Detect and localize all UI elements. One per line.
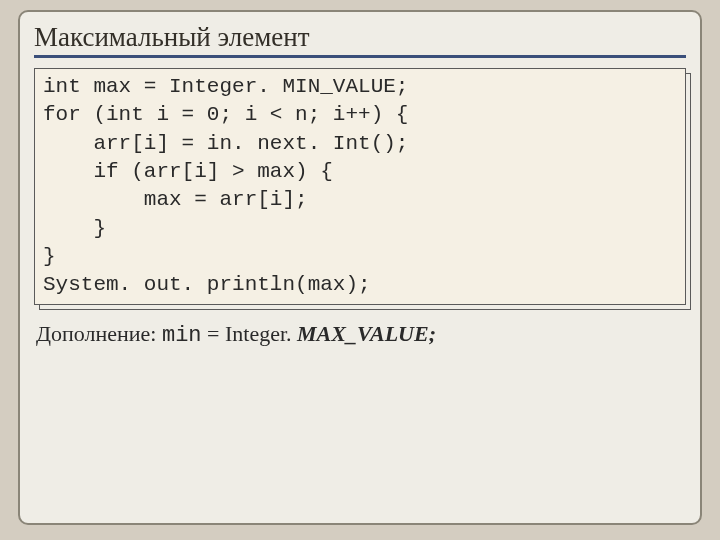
code-block: int max = Integer. MIN_VALUE; for (int i… bbox=[34, 68, 686, 305]
code-content: int max = Integer. MIN_VALUE; for (int i… bbox=[34, 68, 686, 305]
slide-title: Максимальный элемент bbox=[34, 22, 686, 58]
slide-container: Максимальный элемент int max = Integer. … bbox=[18, 10, 702, 525]
supplement-bold: MAX_VALUE; bbox=[297, 321, 436, 346]
supplement-label: Дополнение: bbox=[36, 321, 156, 346]
supplement-eq: = Integer. bbox=[202, 321, 298, 346]
supplement-var: min bbox=[162, 323, 202, 348]
supplement-line: Дополнение: min = Integer. MAX_VALUE; bbox=[34, 315, 686, 348]
